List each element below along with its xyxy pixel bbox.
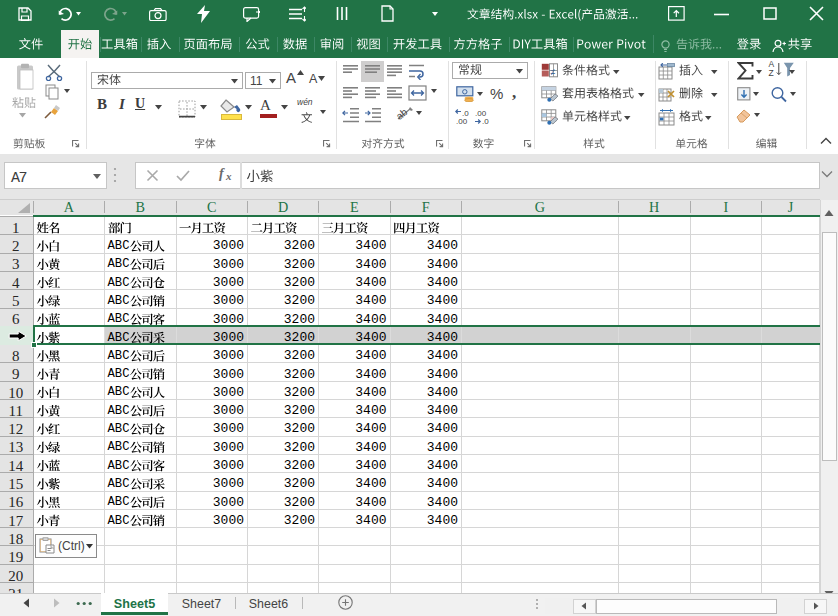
svg-text:≠: ≠ [551,67,556,77]
svg-text:.00: .00 [456,117,468,125]
svg-text:.0: .0 [482,117,489,125]
svg-text:ab: ab [396,106,410,122]
